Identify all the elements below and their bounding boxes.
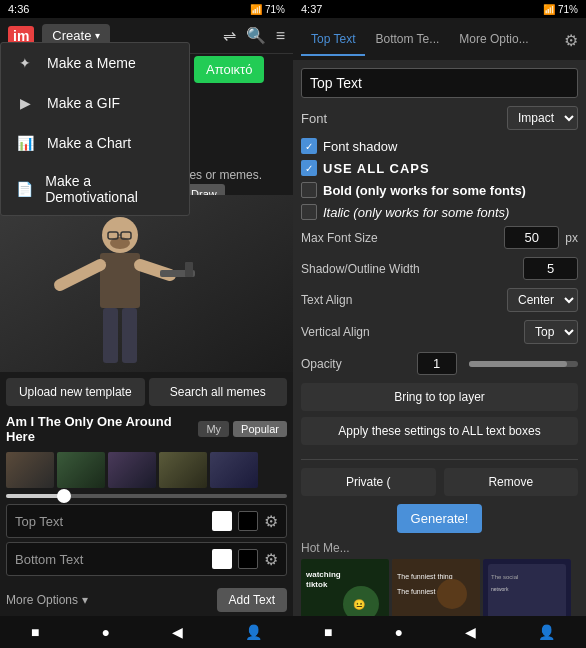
italic-label: Italic (only works for some fonts) [323,205,509,220]
svg-text:The funniest of: The funniest of [397,588,443,595]
make-a-meme-item[interactable]: ✦ Make a Meme [1,43,189,83]
bottom-text-settings-button[interactable]: ⚙ [264,550,278,569]
avoidance-button[interactable]: Αποικτό [194,56,264,83]
top-text-color[interactable] [212,511,232,531]
upload-template-button[interactable]: Upload new template [6,378,145,406]
shadow-outline-input[interactable] [523,257,578,280]
tab-top-text[interactable]: Top Text [301,24,365,56]
font-shadow-label: Font shadow [323,139,397,154]
left-nav-bar: ■ ● ◀ 👤 [0,616,293,648]
bottom-text-row: Bottom Text ⚙ [6,542,287,576]
left-status-bar: 4:36 📶 71% [0,0,293,18]
thumbnail-1[interactable] [6,452,54,488]
font-label: Font [301,111,501,126]
meme-image-area [0,195,293,390]
popular-button[interactable]: Popular [233,421,287,437]
right-panel: 4:37 📶 71% Top Text Bottom Te... More Op… [293,0,586,648]
generate-button[interactable]: Generate! [397,504,483,533]
left-nav-back[interactable]: ◀ [172,624,183,640]
bring-to-top-button[interactable]: Bring to top layer [301,383,578,411]
right-nav-person[interactable]: 👤 [538,624,555,640]
menu-icon[interactable]: ≡ [276,27,285,45]
bold-label: Bold (only works for some fonts) [323,183,526,198]
top-text-input[interactable] [301,68,578,98]
thumbnail-5[interactable] [210,452,258,488]
right-status-bar: 4:37 📶 71% [293,0,586,18]
shuffle-icon[interactable]: ⇌ [223,26,236,45]
meme-icon: ✦ [15,53,35,73]
right-status-icons: 📶 71% [543,4,578,15]
bottom-text-color[interactable] [212,549,232,569]
font-select[interactable]: Impact [507,106,578,130]
bold-row: Bold (only works for some fonts) [301,182,578,198]
max-font-size-row: Max Font Size px [301,226,578,249]
right-nav-back[interactable]: ◀ [465,624,476,640]
make-a-chart-item[interactable]: 📊 Make a Chart [1,123,189,163]
hot-memes-section: Hot Me... watching tiktok 😐 [301,541,578,616]
top-text-bg-color[interactable] [238,511,258,531]
bold-checkbox[interactable] [301,182,317,198]
search-memes-button[interactable]: Search all memes [149,378,288,406]
px-label: px [565,231,578,245]
left-time: 4:36 [8,3,29,15]
opacity-slider[interactable] [469,361,579,367]
opacity-input[interactable] [417,352,457,375]
max-font-size-input[interactable] [504,226,559,249]
svg-text:tiktok: tiktok [306,580,328,589]
svg-point-23 [437,579,467,609]
svg-rect-3 [100,253,140,308]
create-dropdown-menu: ✦ Make a Meme ▶ Make a GIF 📊 Make a Char… [0,42,190,216]
text-align-select[interactable]: Center [507,288,578,312]
right-nav-square[interactable]: ■ [324,624,332,640]
thumbnail-3[interactable] [108,452,156,488]
more-options-button[interactable]: More Options ▾ [6,593,88,607]
use-all-caps-row: ✓ USE ALL CAPS [301,160,578,176]
generate-row: Generate! [301,504,578,533]
private-button[interactable]: Private ( [301,468,436,496]
thumbnail-4[interactable] [159,452,207,488]
hot-meme-thumb-3[interactable]: The social network [483,559,571,616]
make-a-demotivational-item[interactable]: 📄 Make a Demotivational [1,163,189,215]
panel-tabs: Top Text Bottom Te... More Optio... [301,24,552,56]
text-align-label: Text Align [301,293,501,307]
use-all-caps-checkbox[interactable]: ✓ [301,160,317,176]
tab-more-options[interactable]: More Optio... [449,24,538,56]
bottom-text-icons: ⚙ [212,549,278,569]
make-chart-label: Make a Chart [47,135,131,151]
hot-meme-thumb-2[interactable]: The funniest thing The funniest of [392,559,480,616]
font-shadow-checkbox[interactable]: ✓ [301,138,317,154]
make-a-gif-item[interactable]: ▶ Make a GIF [1,83,189,123]
right-nav-circle[interactable]: ● [394,624,402,640]
left-nav-square[interactable]: ■ [31,624,39,640]
vertical-align-select[interactable]: Top [524,320,578,344]
top-text-row: Top Text ⚙ [6,504,287,538]
hot-meme-thumb-1[interactable]: watching tiktok 😐 [301,559,389,616]
bottom-section: Upload new template Search all memes Am … [0,372,293,616]
vertical-align-row: Vertical Align Top [301,320,578,344]
my-button[interactable]: My [198,421,229,437]
thumbnail-2[interactable] [57,452,105,488]
top-text-settings-button[interactable]: ⚙ [264,512,278,531]
meme-slider[interactable] [6,494,287,498]
make-demo-label: Make a Demotivational [45,173,175,205]
svg-rect-1 [0,195,293,390]
add-text-button[interactable]: Add Text [217,588,287,612]
right-time: 4:37 [301,3,322,15]
left-nav-circle[interactable]: ● [101,624,109,640]
tab-bottom-text[interactable]: Bottom Te... [365,24,449,56]
shadow-outline-label: Shadow/Outline Width [301,262,517,276]
apply-all-button[interactable]: Apply these settings to ALL text boxes [301,417,578,445]
make-meme-label: Make a Meme [47,55,136,71]
opacity-row: Opacity [301,352,578,375]
font-shadow-row: ✓ Font shadow [301,138,578,154]
svg-text:The funniest thing: The funniest thing [397,573,453,581]
right-settings-button[interactable]: ⚙ [564,31,578,50]
right-network-icon: 📶 71% [543,4,578,15]
search-icon[interactable]: 🔍 [246,26,266,45]
svg-rect-9 [122,308,137,363]
bottom-text-bg-color[interactable] [238,549,258,569]
remove-button[interactable]: Remove [444,468,579,496]
left-nav-person[interactable]: 👤 [245,624,262,640]
max-font-size-label: Max Font Size [301,231,498,245]
italic-checkbox[interactable] [301,204,317,220]
